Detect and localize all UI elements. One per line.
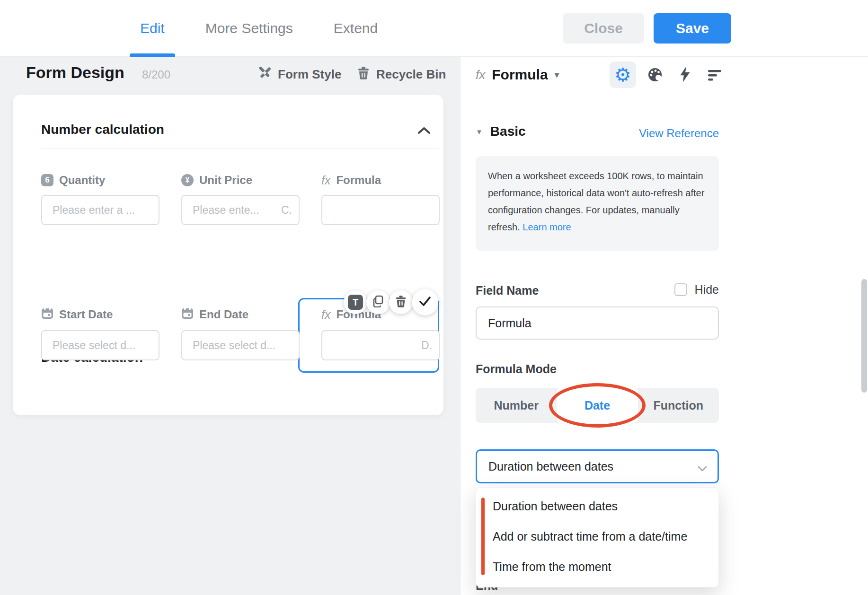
formula-2-input-wrap: D.: [321, 330, 440, 360]
formula-mode-segmented-control: Number Date Function: [476, 388, 719, 423]
tab-edit-label: Edit: [140, 20, 165, 36]
section-divider: [41, 149, 440, 149]
number-icon: 6: [41, 174, 53, 186]
field-label-unit-price: ¥ Unit Price: [181, 172, 252, 188]
automation-tab-button[interactable]: [680, 66, 691, 84]
view-reference-link[interactable]: View Reference: [639, 127, 719, 140]
end-date-label: End Date: [199, 308, 248, 321]
recycle-bin-label: Recycle Bin: [376, 67, 446, 82]
end-date-input[interactable]: [181, 330, 300, 360]
start-date-input[interactable]: [41, 330, 159, 360]
field-type-selector[interactable]: fx Formula ▾: [476, 61, 559, 88]
formula-fx-icon: fx: [476, 68, 485, 82]
field-label-formula-1: fx Formula: [321, 172, 381, 188]
collapse-section-1-button[interactable]: [416, 124, 432, 138]
copy-field-button[interactable]: [366, 290, 390, 314]
field-counter: 8/200: [142, 68, 170, 81]
dropdown-option-add-subtract-time[interactable]: Add or subtract time from a date/time: [493, 530, 687, 546]
calendar-icon: [181, 307, 194, 322]
tab-extend[interactable]: Extend: [331, 0, 381, 57]
basic-section-toggle[interactable]: ▼ Basic: [476, 124, 526, 139]
start-date-input-wrap: [41, 330, 159, 360]
confirm-selection-button[interactable]: [412, 289, 438, 315]
unit-price-suffix: C.: [281, 204, 292, 217]
trash-icon: [357, 66, 370, 83]
delete-field-button[interactable]: [389, 290, 413, 314]
close-button[interactable]: Close: [563, 13, 644, 44]
panel-title: Formula: [492, 67, 548, 83]
end-date-input-wrap: [181, 330, 300, 360]
dropdown-option-time-from-moment[interactable]: Time from the moment: [493, 560, 611, 576]
section-divider: [41, 284, 440, 284]
formula-1-input[interactable]: [321, 195, 440, 225]
outline-tab-button[interactable]: [707, 70, 722, 83]
basic-section-title: Basic: [490, 124, 526, 139]
quantity-input[interactable]: [41, 195, 159, 225]
unit-price-input-wrap: C.: [181, 195, 300, 225]
formula-1-input-wrap: [321, 195, 440, 225]
notice-text: When a worksheet exceeds 100K rows, to m…: [488, 171, 704, 232]
top-bar: Edit More Settings Extend Close Save: [0, 0, 868, 57]
form-style-button[interactable]: Form Style: [258, 66, 341, 83]
formula-mode-label: Formula Mode: [476, 362, 557, 376]
text-badge-icon: T: [348, 295, 363, 310]
field-label-start-date: Start Date: [41, 306, 113, 323]
quantity-label: Quantity: [59, 174, 105, 187]
tab-extend-label: Extend: [334, 20, 378, 36]
tab-edit[interactable]: Edit: [137, 0, 168, 57]
top-tabs: Edit More Settings Extend: [137, 0, 381, 57]
chevron-down-icon: ▾: [555, 69, 559, 80]
notice-box: When a worksheet exceeds 100K rows, to m…: [476, 156, 719, 251]
field-name-label: Field Name: [476, 284, 539, 298]
mode-option-function[interactable]: Function: [638, 388, 719, 423]
tab-more-settings[interactable]: More Settings: [203, 0, 296, 57]
field-label-end-date: End Date: [181, 306, 248, 323]
settings-tab-button[interactable]: ⚙: [610, 61, 636, 88]
copy-icon: [372, 295, 384, 309]
crossed-tools-icon: [258, 66, 271, 83]
hide-label: Hide: [695, 283, 719, 297]
formula-1-label: Formula: [336, 174, 381, 187]
hide-checkbox[interactable]: [674, 283, 687, 296]
quantity-input-wrap: [41, 195, 159, 225]
triangle-down-icon: ▼: [476, 128, 483, 136]
formula-fx-icon: fx: [321, 308, 330, 322]
palette-icon: [647, 76, 664, 84]
save-button[interactable]: Save: [654, 13, 731, 44]
field-label-quantity: 6 Quantity: [41, 172, 105, 188]
style-tab-button[interactable]: [647, 67, 664, 84]
field-name-input-wrap: [476, 306, 719, 340]
learn-more-link[interactable]: Learn more: [523, 222, 571, 232]
check-icon: [418, 295, 432, 309]
date-mode-select-value: Duration between dates: [477, 460, 613, 473]
calendar-icon: [41, 307, 53, 322]
hide-toggle-group: Hide: [674, 283, 719, 297]
tab-more-settings-label: More Settings: [205, 20, 293, 36]
formula-fx-icon: fx: [321, 174, 330, 187]
sort-lines-icon: [707, 74, 722, 82]
page-title: Form Design: [26, 63, 124, 82]
mode-option-date[interactable]: Date: [557, 388, 638, 423]
trash-icon: [395, 295, 407, 309]
start-date-label: Start Date: [59, 308, 113, 321]
active-tab-underline: [130, 53, 175, 57]
currency-yen-icon: ¥: [181, 174, 194, 186]
field-name-input[interactable]: [476, 306, 719, 340]
chevron-up-icon: [416, 131, 432, 140]
unit-price-label: Unit Price: [199, 174, 252, 187]
lightning-icon: [680, 76, 691, 84]
dropdown-option-duration-between-dates[interactable]: Duration between dates: [493, 499, 618, 516]
form-style-label: Form Style: [278, 67, 341, 82]
formula-2-suffix: D.: [421, 339, 432, 352]
date-mode-select[interactable]: Duration between dates: [476, 449, 719, 483]
section-title-number-calculation: Number calculation: [41, 122, 164, 137]
recycle-bin-button[interactable]: Recycle Bin: [357, 66, 446, 83]
topbar-actions: Close Save: [563, 13, 731, 44]
title-tool-button[interactable]: T: [344, 290, 367, 314]
panel-scrollbar[interactable]: [861, 279, 867, 393]
chevron-down-icon: [698, 465, 707, 473]
gear-icon: ⚙: [614, 65, 631, 84]
mode-option-number[interactable]: Number: [476, 388, 557, 423]
